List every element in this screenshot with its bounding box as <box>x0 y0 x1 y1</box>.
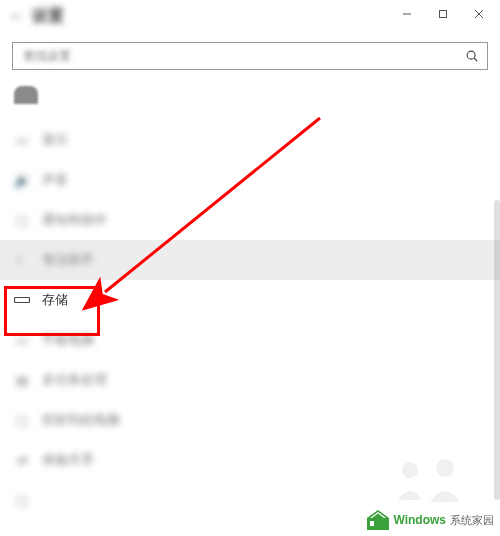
watermark-brand: Windows <box>393 513 446 527</box>
svg-rect-1 <box>440 11 447 18</box>
watermark-suffix: 系统家园 <box>450 513 494 528</box>
search-input[interactable] <box>21 48 465 64</box>
multitask-icon: ▤ <box>14 372 30 388</box>
sidebar-item-label: 平板电脑 <box>42 331 94 349</box>
svg-point-7 <box>402 462 418 478</box>
close-button[interactable] <box>472 7 486 21</box>
sidebar-item-label: 多任务处理 <box>42 371 107 389</box>
sidebar-item-display[interactable]: ▭ 显示 <box>0 120 500 160</box>
sidebar-item-label: 显示 <box>42 131 68 149</box>
sidebar-item-project[interactable]: ▢ 投影到此电脑 <box>0 400 500 440</box>
sound-icon: 🔊 <box>14 172 30 188</box>
sidebar-item-label: 声音 <box>42 171 68 189</box>
display-icon: ▭ <box>14 132 30 148</box>
back-button[interactable]: ← <box>8 6 26 27</box>
minimize-button[interactable] <box>400 7 414 21</box>
sidebar-item-label: 通知和操作 <box>42 211 107 229</box>
title-bar <box>400 0 500 28</box>
tablet-icon: ▭ <box>14 332 30 348</box>
sidebar-item-focus[interactable]: ☾ 专注助手 <box>0 240 500 280</box>
sidebar-item-label: 存储 <box>42 291 68 309</box>
sidebar-item-notify[interactable]: ▢ 通知和操作 <box>0 200 500 240</box>
generic-icon: ▢ <box>14 492 30 508</box>
maximize-button[interactable] <box>436 7 450 21</box>
window-header: ← 设置 <box>8 6 64 27</box>
sidebar-item-label: 投影到此电脑 <box>42 411 120 429</box>
scrollbar[interactable] <box>494 200 500 500</box>
sidebar-item-label: 专注助手 <box>42 251 94 269</box>
svg-point-4 <box>467 51 475 59</box>
sidebar-item-tablet[interactable]: ▭ 平板电脑 <box>0 320 500 360</box>
svg-line-5 <box>474 58 477 61</box>
settings-window: ← 设置 ▭ 显示 🔊 声音 ▢ 通知和操作 ☾ 专注助手 <box>0 0 500 536</box>
watermark: Windows系统家园 <box>367 510 494 530</box>
sidebar-item-sound[interactable]: 🔊 声音 <box>0 160 500 200</box>
search-box[interactable] <box>12 42 488 70</box>
search-icon <box>465 49 479 63</box>
sidebar-item-label: 体验共享 <box>42 451 94 469</box>
svg-point-8 <box>436 459 454 477</box>
storage-icon <box>14 292 30 308</box>
sidebar-item-storage[interactable]: 存储 <box>0 280 500 320</box>
svg-rect-11 <box>370 521 374 526</box>
notify-icon: ▢ <box>14 212 30 228</box>
svg-rect-6 <box>15 298 30 303</box>
focus-icon: ☾ <box>14 252 30 268</box>
decorative-people-graphic <box>390 452 470 502</box>
sidebar-item-multitask[interactable]: ▤ 多任务处理 <box>0 360 500 400</box>
project-icon: ▢ <box>14 412 30 428</box>
shared-icon: ⇄ <box>14 452 30 468</box>
page-title: 设置 <box>32 6 64 27</box>
account-avatar[interactable] <box>14 86 38 104</box>
watermark-logo-icon <box>367 510 389 530</box>
sidebar-item-label <box>42 491 81 509</box>
